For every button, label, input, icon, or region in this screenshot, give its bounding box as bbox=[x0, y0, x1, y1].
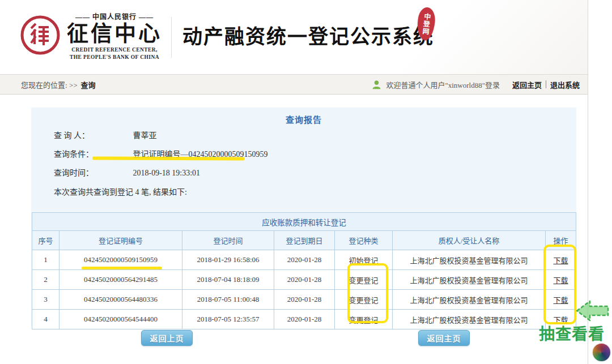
top-nav: 返回主页 退出系统 bbox=[512, 79, 580, 90]
table-row: 4 04245020000564544400 2018-07-05 12:35:… bbox=[32, 310, 576, 329]
cell-seq: 4 bbox=[32, 310, 60, 329]
table-row: 1 04245020000509150959 2018-01-29 16:58:… bbox=[32, 250, 576, 270]
field-row-condition: 查询条件： 登记证明编号—04245020000509150959 bbox=[54, 148, 268, 159]
cell-cert-no: 04245020000509150959 bbox=[60, 250, 182, 270]
user-icon bbox=[372, 80, 381, 89]
download-link[interactable]: 下载 bbox=[554, 296, 568, 305]
query-time-value: 2018-09-18 19:33:01 bbox=[133, 169, 201, 177]
col-pledgee: 质权人/受让人名称 bbox=[393, 231, 546, 250]
seal-text: 中登网 bbox=[420, 12, 432, 36]
report-title: 查询报告 bbox=[31, 113, 576, 125]
cell-seq: 3 bbox=[32, 290, 60, 310]
org-name-english-line2: THE PEOPLE'S BANK OF CHINA bbox=[63, 54, 165, 61]
col-action: 操作 bbox=[546, 231, 576, 250]
back-previous-page-button[interactable]: 返回上页 bbox=[141, 330, 193, 346]
logout-link[interactable]: 退出系统 bbox=[550, 79, 580, 90]
cell-seq: 1 bbox=[32, 250, 60, 270]
back-home-link[interactable]: 返回主页 bbox=[512, 79, 542, 90]
col-cert-no: 登记证明编号 bbox=[60, 231, 182, 250]
breadcrumb-bar: 您现在的位置: >> 查询 欢迎普通个人用户"xinworld88"登录 返回主… bbox=[0, 74, 588, 95]
table-section-title: 应收账款质押和转让登记 bbox=[32, 213, 576, 231]
logo-text-block: —— 中国人民银行 —— 征信中心 CREDIT REFERENCE CENTE… bbox=[63, 11, 165, 61]
cell-expire-date: 2020-01-28 bbox=[274, 250, 335, 270]
nav-separator bbox=[546, 80, 546, 88]
back-home-button[interactable]: 返回主页 bbox=[418, 330, 470, 346]
welcome-message: 欢迎普通个人用户"xinworld88"登录 bbox=[386, 79, 500, 90]
inquirer-label: 查 询 人： bbox=[54, 129, 103, 140]
bank-name: —— 中国人民银行 —— bbox=[63, 11, 165, 22]
cell-pledgee: 上海北广股权投资基金管理有限公司 bbox=[393, 250, 546, 270]
registration-table: 应收账款质押和转让登记 序号 登记证明编号 登记时间 登记到期日 登记种类 质权… bbox=[32, 212, 576, 329]
cell-reg-time: 2018-01-29 16:58:06 bbox=[182, 250, 274, 270]
cell-seq: 2 bbox=[32, 270, 60, 290]
col-expire-date: 登记到期日 bbox=[274, 231, 335, 250]
cell-pledgee: 上海北广股权投资基金管理有限公司 bbox=[393, 310, 546, 329]
download-link[interactable]: 下载 bbox=[554, 256, 568, 265]
org-name: 征信中心 bbox=[63, 22, 165, 46]
download-link[interactable]: 下载 bbox=[554, 316, 568, 324]
site-header: —— 中国人民银行 —— 征信中心 CREDIT REFERENCE CENTE… bbox=[0, 0, 588, 74]
cell-reg-type: 初始登记 bbox=[335, 250, 393, 270]
cell-reg-time: 2018-07-05 11:00:48 bbox=[182, 290, 274, 310]
col-seq: 序号 bbox=[32, 231, 60, 250]
header-divider bbox=[171, 17, 172, 58]
table-row: 2 04245020000564291485 2018-07-04 18:18:… bbox=[32, 270, 576, 290]
cell-reg-time: 2018-07-04 18:18:09 bbox=[182, 270, 274, 290]
cell-cert-no: 04245020000564544400 bbox=[60, 310, 182, 329]
table-row: 3 04245020000564480336 2018-07-05 11:00:… bbox=[32, 290, 576, 310]
cell-cert-no: 04245020000564480336 bbox=[60, 290, 182, 310]
table-header-row: 序号 登记证明编号 登记时间 登记到期日 登记种类 质权人/受让人名称 操作 bbox=[32, 231, 576, 250]
cell-reg-type: 变更登记 bbox=[335, 290, 393, 310]
result-summary: 本次查询共查询到登记 4 笔, 结果如下: bbox=[54, 186, 187, 197]
breadcrumb: 您现在的位置: >> 查询 bbox=[21, 79, 96, 90]
breadcrumb-current-page: 查询 bbox=[81, 79, 96, 90]
cell-expire-date: 2020-01-28 bbox=[274, 290, 335, 310]
condition-value: 登记证明编号—04245020000509150959 bbox=[133, 150, 268, 159]
page-container: —— 中国人民银行 —— 征信中心 CREDIT REFERENCE CENTE… bbox=[0, 0, 588, 364]
query-time-label: 查询时间： bbox=[54, 166, 103, 178]
breadcrumb-label: 您现在的位置: >> bbox=[21, 79, 78, 90]
pboc-credit-center-logo-icon bbox=[20, 15, 61, 55]
screen: —— 中国人民银行 —— 征信中心 CREDIT REFERENCE CENTE… bbox=[0, 0, 612, 364]
org-name-english-line1: CREDIT REFERENCE CENTER, bbox=[63, 46, 165, 54]
cell-pledgee: 上海北广股权投资基金管理有限公司 bbox=[393, 270, 546, 290]
field-row-inquirer: 查 询 人： 曹莘亚 bbox=[54, 129, 157, 140]
condition-label: 查询条件： bbox=[54, 148, 103, 159]
inquirer-value: 曹莘亚 bbox=[133, 131, 157, 140]
cell-pledgee: 上海北广股权投资基金管理有限公司 bbox=[393, 290, 546, 310]
cell-cert-no: 04245020000564291485 bbox=[60, 270, 182, 290]
cell-expire-date: 2020-01-28 bbox=[274, 270, 335, 290]
system-title: 动产融资统一登记公示系统 bbox=[182, 20, 434, 49]
cell-reg-time: 2018-07-05 12:35:57 bbox=[182, 310, 274, 329]
user-bar: 欢迎普通个人用户"xinworld88"登录 返回主页 退出系统 bbox=[372, 79, 580, 90]
col-reg-time: 登记时间 bbox=[182, 231, 274, 250]
watermark-logo-icon bbox=[593, 344, 610, 361]
field-row-query-time: 查询时间： 2018-09-18 19:33:01 bbox=[54, 166, 200, 178]
cell-expire-date: 2020-01-28 bbox=[274, 310, 335, 329]
cell-reg-type: 变更登记 bbox=[335, 310, 393, 329]
report-panel: 查询报告 查 询 人： 曹莘亚 查询条件： 登记证明编号—04245020000… bbox=[31, 108, 576, 326]
download-link[interactable]: 下载 bbox=[554, 276, 568, 285]
col-reg-type: 登记种类 bbox=[335, 231, 393, 250]
cell-reg-type: 变更登记 bbox=[335, 270, 393, 290]
